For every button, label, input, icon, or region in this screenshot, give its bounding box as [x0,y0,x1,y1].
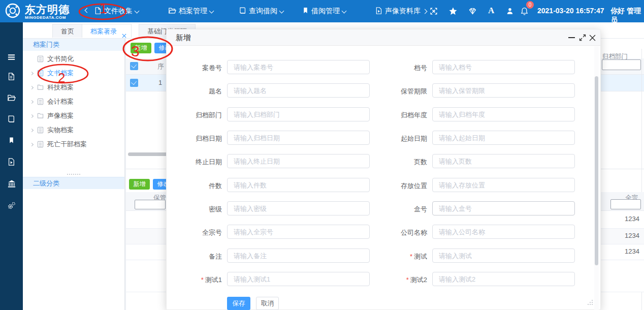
sidebar-bookmark-icon[interactable] [8,136,17,145]
tree-item-accounting-archive[interactable]: 会计档案 [23,95,124,108]
sidebar-folder-icon[interactable] [7,94,16,102]
tab-archive-cataloging[interactable]: 档案著录 [82,24,132,38]
system-datetime: 2021-03-20 16:57:47 [537,7,604,15]
chevron-right-icon [30,114,34,117]
field-label: 归档年度 [369,111,427,120]
security-level-input[interactable] [227,201,370,215]
cancel-button[interactable]: 取消 [256,297,279,310]
minimize-icon[interactable] [568,37,575,38]
add-button[interactable]: 新增 [131,43,151,53]
panel-splitter[interactable] [23,172,124,177]
maximize-icon[interactable] [579,34,586,41]
add-record-dialog: 新增 案卷号 档号 题名 保管期限 归档部门 归档年度 [166,29,601,310]
brand-logo[interactable]: 东方明德 MINGDEDATA.COM [4,2,70,21]
box-no-input[interactable] [432,201,575,215]
dialog-scrollbar-thumb[interactable] [595,76,598,265]
select-all-checkbox[interactable] [130,62,138,70]
tree-item-doc-archive[interactable]: 文书档案 [23,67,124,80]
field-label: 保管期限 [369,87,427,96]
user-icon[interactable] [506,7,515,16]
doc-icon [37,127,44,134]
font-size-icon[interactable]: A [488,6,497,15]
field-label: 起始日期 [369,134,427,143]
tree-item-doc-simplified[interactable]: 文书简化 [23,52,124,66]
tree-item-physical-archive[interactable]: 实物档案 [23,123,124,137]
brand-emblem-icon [4,2,21,21]
bookmark-icon [302,7,309,16]
quanzong-filter-input[interactable] [610,199,641,209]
item-count-input[interactable] [227,178,370,192]
add-button-lower[interactable]: 新增 [129,179,150,190]
filing-year-input[interactable] [432,107,575,121]
field-label: *测试2 [369,275,427,285]
field-label: 存放位置 [369,181,427,191]
collapse-menu-icon[interactable] [85,8,90,13]
chevron-down-icon [209,8,214,13]
topnav-item-media-library[interactable]: 声像资料库 [375,0,427,22]
fullscreen-icon[interactable] [429,7,438,16]
field-label: 案卷号 [167,64,222,73]
resize-grip-icon[interactable] [587,298,593,307]
case-file-no-input[interactable] [227,60,370,74]
fonds-no-input[interactable] [227,225,370,239]
chevron-down-icon [342,8,347,13]
tree-item-tech-archive[interactable]: 科技档案 [23,81,124,94]
sidebar-gears-icon[interactable] [7,201,16,210]
topnav-item-file-collect[interactable]: 文件收集 [94,0,139,22]
save-button[interactable]: 保存 [227,297,250,310]
filing-dept-input[interactable] [227,107,370,121]
archive-no-input[interactable] [432,60,575,74]
dept-filter-input[interactable] [602,59,641,70]
keep-filter-input[interactable] [135,200,166,209]
chevron-right-icon [30,128,34,132]
field-label: *测试1 [167,275,222,285]
chevron-right-icon [423,9,428,14]
storage-location-input[interactable] [432,178,575,192]
end-date-input[interactable] [227,154,370,168]
test-input[interactable] [432,249,575,263]
sidebar-book-icon[interactable] [7,115,16,123]
topnav-label: 声像资料库 [385,7,421,16]
doc-icon [37,55,44,63]
row-checkbox[interactable] [130,79,138,87]
filing-date-input[interactable] [227,131,370,145]
tree-item-media-archive[interactable]: 声像档案 [23,109,124,122]
topnav-item-borrow-manage[interactable]: 借阅管理 [302,0,346,22]
gem-icon[interactable] [468,7,477,16]
required-mark: * [201,276,204,284]
sidebar-media-file-icon[interactable] [7,158,16,166]
sidebar-bank-icon[interactable] [7,179,16,188]
test2-input[interactable] [432,272,575,286]
retention-period-input[interactable] [432,83,575,98]
close-icon[interactable] [589,34,596,41]
sidebar-document-icon[interactable] [7,72,16,81]
panel-title: 档案门类 [23,39,124,51]
brand-subtitle: MINGDEDATA.COM [25,15,70,20]
company-name-input[interactable] [432,225,575,239]
topnav-label: 文件收集 [104,7,133,16]
chevron-right-icon [30,100,34,103]
field-label: 件数 [167,181,222,191]
tree-item-deceased-cadre-archive[interactable]: 死亡干部档案 [23,138,124,151]
topnav-label: 借阅管理 [311,7,340,16]
star-favorite-icon[interactable] [448,7,458,16]
hamburger-menu-icon[interactable] [7,53,16,61]
dialog-header[interactable]: 新增 [167,29,600,46]
topnav-item-archive-manage[interactable]: 档案管理 [168,0,213,22]
tab-home[interactable]: 首页 [52,24,83,38]
test1-input[interactable] [227,272,370,286]
field-label: 页数 [369,158,427,167]
start-date-input[interactable] [432,131,575,145]
doc-icon [37,70,44,77]
topnav-item-query-borrow[interactable]: 查询借阅 [239,0,283,22]
horizontal-scrollbar[interactable] [128,152,168,156]
remarks-input[interactable] [227,249,370,263]
secondary-category-panel: 二级分类 [23,177,124,310]
field-label: 档号 [369,64,427,73]
title-input[interactable] [227,83,370,98]
field-label: 全宗号 [167,228,222,237]
page-count-input[interactable] [432,154,575,168]
close-icon[interactable] [122,29,126,34]
topnav-label: 档案管理 [179,7,207,16]
user-greeting[interactable]: 你好 管理员 [610,7,644,25]
